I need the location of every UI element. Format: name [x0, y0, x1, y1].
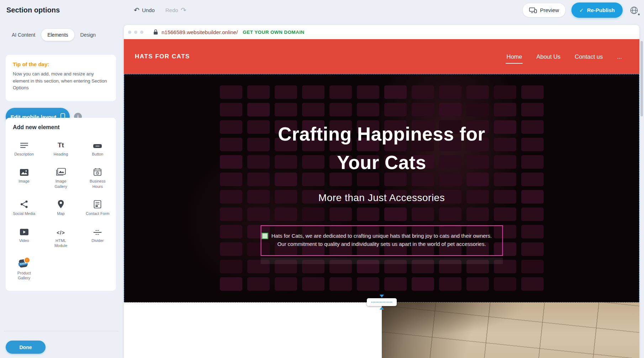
republish-button[interactable]: ✓ Re-Publish: [571, 2, 623, 18]
history-controls: ↶ Undo Redo ↷: [134, 0, 186, 20]
element-map[interactable]: Map: [44, 199, 77, 216]
element-social-media[interactable]: Social Media: [8, 199, 41, 216]
drag-handle-pill[interactable]: [367, 298, 397, 306]
heading-icon: Tt: [58, 139, 64, 149]
arrow-up-icon: [380, 307, 384, 310]
done-button[interactable]: Done: [6, 341, 46, 354]
preview-button[interactable]: Preview: [522, 3, 566, 17]
element-product-gallery[interactable]: SHOP ↑ Product Gallery: [8, 258, 41, 281]
browser-chrome-bar: n1566589.websitebuilder.online/ GET YOUR…: [124, 25, 639, 39]
preview-label: Preview: [540, 7, 559, 13]
globe-badge-dot: [638, 14, 640, 15]
element-grid: Description Tt Heading Button Ima: [6, 139, 116, 280]
topbar-actions: Preview ✓ Re-Publish: [522, 0, 640, 20]
redo-icon: ↷: [181, 7, 186, 14]
contact-form-icon: [94, 199, 101, 209]
arrow-down-icon: [380, 295, 384, 298]
product-gallery-icon: SHOP ↑: [19, 258, 30, 268]
tip-body: Now you can add, move and resize any ele…: [13, 70, 109, 91]
element-button[interactable]: Button: [81, 139, 114, 157]
element-divider[interactable]: Divider: [81, 226, 114, 248]
site-url[interactable]: n1566589.websitebuilder.online/: [162, 29, 238, 35]
add-element-title: Add new element: [13, 124, 116, 131]
redo-label: Redo: [165, 7, 178, 13]
element-description[interactable]: Description: [8, 139, 41, 157]
section-options-sidebar: AI Content Elements Design Tip of the da…: [0, 20, 124, 358]
button-icon: [93, 139, 102, 149]
nav-more-ellipsis[interactable]: ...: [616, 51, 623, 62]
sidebar-tabs: AI Content Elements Design: [6, 29, 118, 41]
language-globe-button[interactable]: [628, 5, 640, 16]
hero-subheading[interactable]: More than Just Accessories: [124, 192, 639, 204]
element-image[interactable]: Image: [8, 166, 41, 189]
map-pin-icon: [57, 199, 64, 209]
check-icon: ✓: [579, 7, 584, 14]
undo-button[interactable]: ↶ Undo: [134, 7, 155, 14]
video-icon: [20, 226, 29, 236]
sidebar-divider: [4, 331, 119, 331]
social-media-icon: [20, 199, 28, 209]
page-title: Section options: [6, 0, 60, 20]
nav-contact-us[interactable]: Contact us: [574, 51, 603, 62]
selected-paragraph-element[interactable]: Hats for Cats, we are dedicated to craft…: [260, 225, 503, 256]
redo-button[interactable]: Redo ↷: [165, 7, 186, 14]
element-video[interactable]: Video: [8, 226, 41, 248]
window-control-dots: [128, 31, 143, 34]
tab-elements[interactable]: Elements: [41, 29, 74, 41]
devices-icon: [529, 7, 537, 13]
lock-icon: [153, 29, 158, 35]
element-resize-handle[interactable]: [262, 233, 268, 239]
business-hours-icon: [93, 166, 102, 176]
selected-hero-section[interactable]: Crafting Happiness for Your Cats More th…: [124, 74, 639, 302]
nav-home[interactable]: Home: [506, 51, 523, 62]
element-placeholder-bar: [260, 258, 503, 264]
vertical-scrollbar[interactable]: [640, 41, 643, 116]
add-element-panel: Add new element Description Tt Heading: [6, 118, 116, 291]
website-canvas: HATS FOR CATS Home About Us Contact us .…: [124, 39, 639, 358]
hero-heading[interactable]: Crafting Happiness for Your Cats: [124, 120, 639, 177]
site-logo[interactable]: HATS FOR CATS: [135, 39, 190, 74]
site-nav: Home About Us Contact us ...: [506, 39, 623, 74]
next-section[interactable]: [124, 302, 639, 358]
element-image-gallery[interactable]: Image Gallery: [44, 166, 77, 189]
undo-icon: ↶: [134, 7, 139, 14]
element-heading[interactable]: Tt Heading: [44, 139, 77, 157]
html-module-icon: </>: [57, 226, 65, 236]
element-contact-form[interactable]: Contact Form: [81, 199, 114, 216]
tip-title: Tip of the day:: [13, 61, 109, 67]
pavement-photo: [382, 302, 639, 358]
element-business-hours[interactable]: Business Hours: [81, 166, 114, 189]
hero-paragraph: Hats for Cats, we are dedicated to craft…: [261, 232, 502, 248]
section-height-handle[interactable]: [367, 295, 397, 310]
divider-icon: [93, 226, 102, 236]
image-icon: [20, 166, 29, 176]
description-icon: [20, 139, 28, 149]
globe-icon: [629, 6, 639, 15]
element-html-module[interactable]: </> HTML Module: [44, 226, 77, 248]
nav-about-us[interactable]: About Us: [535, 51, 561, 62]
top-toolbar: Section options ↶ Undo Redo ↷ Preview ✓ …: [0, 0, 644, 20]
tab-ai-content[interactable]: AI Content: [6, 29, 41, 41]
upgrade-badge-icon: ↑: [24, 257, 30, 263]
republish-label: Re-Publish: [587, 7, 615, 13]
tab-design[interactable]: Design: [74, 29, 102, 41]
get-domain-link[interactable]: GET YOUR OWN DOMAIN: [243, 30, 304, 35]
undo-label: Undo: [142, 7, 155, 13]
site-header[interactable]: HATS FOR CATS Home About Us Contact us .…: [124, 39, 639, 74]
image-gallery-icon: [56, 166, 66, 176]
website-builder-app: Section options ↶ Undo Redo ↷ Preview ✓ …: [0, 0, 644, 358]
tip-of-the-day-card: Tip of the day: Now you can add, move an…: [6, 55, 116, 101]
site-preview-window: n1566589.websitebuilder.online/ GET YOUR…: [124, 25, 639, 358]
